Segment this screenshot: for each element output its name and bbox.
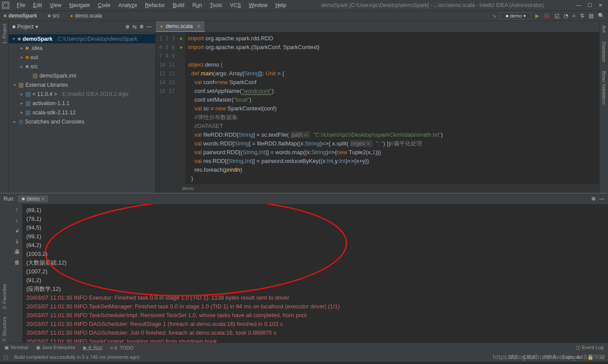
up-icon[interactable]: ↑ [16,207,18,213]
gear-icon[interactable]: ✻ [139,24,144,30]
status-eol[interactable]: CRLF [523,354,536,360]
bottom-tool-buttons: ▣ Terminal ▣ Java Enterprise ▶ 4: Run ≡ … [0,343,608,352]
menu-run[interactable]: Run [190,1,205,9]
console-actions-column: ↑ ↓ ↲ ⤓ 🖶 🗑 [11,204,23,343]
hide-icon[interactable]: ― [599,196,604,202]
title-bar: IJ File Edit View Navigate Code Analyze … [0,0,608,11]
gutter-line-numbers: 1 2 3 4 5 6 7 8 9 10 11 12 13 14 15 16 1… [156,32,178,184]
status-message-icon[interactable]: ▢ [4,354,8,360]
event-log-button[interactable]: ◫ Event Log [576,345,604,350]
tree-jdk[interactable]: ▸▥ < 11.0.4 > E:\IntelliJ IDEA 2019.2.4\… [9,89,155,99]
annotation-ellipse [43,204,348,301]
project-structure-icon[interactable]: ▤ [589,13,594,19]
stripe-database[interactable]: Database [601,42,607,62]
left-lower-stripe: 2: Favorites 7: Structure [0,206,9,346]
tree-scala-sdk[interactable]: ▸▥ scala-sdk-2.11.12 [9,108,155,117]
stripe-bean-validation[interactable]: Bean Validation [601,71,607,104]
gear-icon[interactable]: ✻ [591,196,596,202]
status-lock-icon[interactable]: 🔒 [587,354,594,360]
menu-vcs[interactable]: VCS [228,1,244,9]
menu-help[interactable]: Help [273,1,289,9]
menu-file[interactable]: File [14,1,28,9]
window-close-icon[interactable]: ✕ [598,2,603,8]
project-tree[interactable]: ▾■ demoSpark C:\Users\pc\Desktop\demoSpa… [9,32,155,128]
run-button[interactable]: ▶ 4: Run [83,345,102,350]
stripe-structure[interactable]: 7: Structure [2,317,7,342]
tree-activation[interactable]: ▸▥ activation-1.1.1 [9,99,155,108]
main-content: 1: Project ■ Project ▾ ⊕ ⇆ ✻ ― ▾■ demoSp… [0,21,608,193]
search-everywhere-icon[interactable]: 🔍 [598,13,604,19]
profile-icon[interactable]: ◔ [564,13,568,19]
menu-tools[interactable]: Tools [207,1,225,9]
tree-root[interactable]: ▾■ demoSpark C:\Users\pc\Desktop\demoSpa… [9,34,155,43]
status-caret[interactable]: 18:2 [508,354,517,360]
menu-code[interactable]: Code [95,1,113,9]
stripe-ant[interactable]: Ant [601,25,607,33]
menu-analyze[interactable]: Analyze [116,1,140,9]
gutter-icons[interactable]: ▶ ▶ [178,32,185,184]
right-tool-stripe: Ant Database Bean Validation [599,21,608,193]
folder-icon: ■ [4,13,7,19]
trash-icon[interactable]: 🗑 [14,259,20,265]
update-icon[interactable]: ⇅ [580,13,584,19]
menu-window[interactable]: Window [246,1,270,9]
status-indent[interactable]: 2 spaces [562,354,581,360]
window-title: demoSpark [C:\Users\pc\Desktop\demoSpark… [289,2,576,8]
window-maximize-icon[interactable]: ☐ [587,2,592,8]
run-tool-window: Run: ■ demo × ✻ ― ▶ ■ ↩ ▦ 📌 ↑ ↓ ↲ ⤓ 🖶 🗑 … [0,193,608,343]
status-encoding[interactable]: UTF-8 [542,354,556,360]
hide-icon[interactable]: ― [146,24,152,30]
scroll-icon[interactable]: ⤓ [15,238,19,244]
coverage-icon[interactable]: ◱ [555,13,559,19]
run-label: Run: [4,196,14,202]
console-output[interactable]: (89,1) (78,1) (94,5) (99,1) (84,2) (1003… [23,204,608,343]
menu-refactor[interactable]: Refactor [142,1,167,9]
crumb-src[interactable]: src [53,13,60,19]
pane-title[interactable]: ■ Project ▾ [12,24,38,30]
status-message: Build completed successfully in 5 s 745 … [14,354,139,360]
editor-tab[interactable]: ●demo.scala× [156,21,205,32]
crumb-file[interactable]: demo.scala [75,13,102,19]
tree-out[interactable]: ▸■ out [9,53,155,62]
folder-icon: ■ [48,13,51,19]
editor-area: ●demo.scala× 1 2 3 4 5 6 7 8 9 10 11 12 … [156,21,599,193]
stripe-project[interactable]: 1: Project [2,24,7,44]
window-minimize-icon[interactable]: ― [576,2,581,8]
menu-edit[interactable]: Edit [30,1,45,9]
menu-navigate[interactable]: Navigate [67,1,92,9]
print-icon[interactable]: 🖶 [14,249,20,255]
tree-scratch[interactable]: ▸◎ Scratches and Consoles [9,117,155,126]
wrap-icon[interactable]: ↲ [15,228,19,234]
stripe-favorites[interactable]: 2: Favorites [2,284,7,309]
todo-button[interactable]: ≡ 6: TODO [110,345,133,350]
menu-view[interactable]: View [47,1,64,9]
tree-src[interactable]: ▸■ src [9,62,155,71]
down-icon[interactable]: ↓ [16,217,18,223]
crumb-project[interactable]: demoSpark [8,13,37,19]
tree-iml[interactable]: ▥ demoSpark.iml [9,71,155,80]
stop-icon[interactable]: ■ [572,13,576,19]
scala-file-icon: ● [70,13,73,19]
left-tool-stripe: 1: Project [0,21,9,193]
project-tool-window: ■ Project ▾ ⊕ ⇆ ✻ ― ▾■ demoSpark C:\User… [9,21,156,193]
debug-icon[interactable]: 🐞 [544,13,550,19]
app-logo: IJ [2,1,10,9]
code-editor[interactable]: import org.apache.spark.rdd.RDD import o… [185,32,599,184]
expand-icon[interactable]: ⇆ [132,24,137,30]
java-enterprise-button[interactable]: ▣ Java Enterprise [36,345,75,350]
menu-build[interactable]: Build [170,1,187,9]
main-menu: File Edit View Navigate Code Analyze Ref… [14,1,289,9]
tree-ext-lib[interactable]: ▾▥ External Libraries [9,80,155,89]
navigation-toolbar: ■ demoSpark ■ src ● demo.scala ↘ ■ demo … [0,11,608,21]
run-icon[interactable]: ▶ [535,13,539,19]
editor-breadcrumb[interactable]: demo [156,184,599,193]
tree-idea[interactable]: ▸■ .idea [9,43,155,53]
status-hector-icon[interactable]: ☺ [600,354,604,360]
close-icon[interactable]: × [197,23,200,29]
run-config-select[interactable]: ■ demo ▾ [501,12,530,20]
status-bar: ▢ Build completed successfully in 5 s 74… [0,352,608,362]
run-tab[interactable]: ■ demo × [18,195,48,202]
target-icon[interactable]: ⊕ [125,24,130,30]
build-icon[interactable]: ↘ [492,13,496,19]
